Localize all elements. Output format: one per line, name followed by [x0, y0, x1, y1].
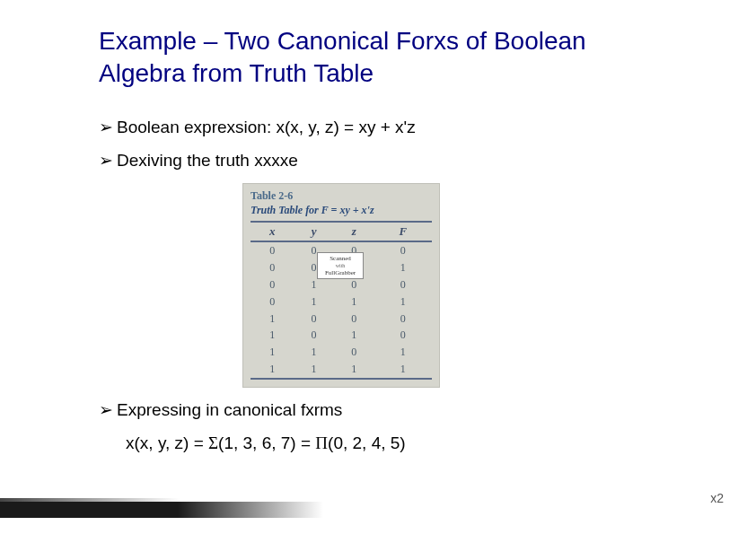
table-cell: 0	[294, 311, 334, 328]
bullet-3-text: Expressing in canonical fxrms	[117, 400, 342, 420]
col-x: x	[251, 222, 294, 241]
table-cell: 1	[374, 293, 433, 311]
table-cell: 0	[334, 344, 374, 361]
table-cell: 0	[334, 311, 374, 328]
bullet-1-text: Boolean exprexsion: x(x, y, z) = xy + x'…	[117, 118, 416, 137]
table-cell: 0	[374, 276, 433, 293]
canonical-expression: x(x, y, z) = Σ(1, 3, 6, 7) = Π(0, 2, 4, …	[126, 433, 666, 453]
watermark-overlay: Scanned with FullGrabber	[317, 252, 364, 279]
sigma-symbol: Σ	[208, 433, 218, 452]
bullet-2: ➢ Dexiving the truth xxxxe	[99, 151, 666, 171]
bullet-3: ➢ Expressing in canonical fxrms	[99, 400, 666, 421]
col-f: F	[374, 222, 433, 241]
table-cell: 1	[374, 259, 433, 276]
table-cell: 0	[374, 327, 433, 344]
table-header-row: x y z F	[251, 222, 432, 241]
table-cell: 1	[251, 344, 294, 361]
table-label: Table 2-6	[251, 189, 432, 203]
pi-args: (0, 2, 4, 5)	[328, 433, 406, 452]
table-cell: 1	[251, 361, 294, 379]
truth-table-image: Table 2-6 Truth Table for F = xy + x'z x…	[242, 183, 440, 387]
table-cell: 0	[251, 293, 294, 311]
sigma-args: (1, 3, 6, 7) =	[218, 433, 315, 452]
bullet-1: ➢ Boolean exprexsion: x(x, y, z) = xy + …	[99, 118, 666, 138]
truth-table: x y z F 00000011010001111000101011011111	[251, 221, 432, 379]
bullet-2-text: Dexiving the truth xxxxe	[117, 151, 298, 171]
col-z: z	[334, 222, 374, 241]
slide-title: Example – Two Canonical Forxs of Boolean…	[99, 25, 666, 91]
table-cell: 1	[294, 361, 334, 379]
watermark-line-1: Scanned	[319, 255, 362, 262]
footer-decoration	[0, 502, 323, 518]
table-cell: 1	[374, 361, 433, 379]
canon-lhs: x(x, y, z) =	[126, 433, 208, 452]
table-row: 1000	[251, 311, 432, 328]
table-cell: 0	[374, 241, 433, 259]
table-cell: 1	[294, 344, 334, 361]
col-y: y	[294, 222, 334, 241]
bullet-icon: ➢	[99, 151, 113, 171]
table-cell: 0	[294, 327, 334, 344]
table-row: 1111	[251, 361, 432, 379]
table-cell: 1	[334, 361, 374, 379]
table-row: 1010	[251, 327, 432, 344]
watermark-line-3: FullGrabber	[319, 269, 362, 276]
table-row: 0111	[251, 293, 432, 311]
table-cell: 1	[251, 327, 294, 344]
table-cell: 1	[334, 293, 374, 311]
pi-symbol: Π	[315, 433, 328, 452]
bullet-icon: ➢	[99, 118, 113, 138]
page-number: x2	[710, 491, 724, 505]
table-cell: 1	[374, 344, 433, 361]
bullet-icon: ➢	[99, 400, 113, 421]
table-cell: 1	[251, 311, 294, 328]
table-cell: 1	[294, 293, 334, 311]
table-cell: 0	[251, 276, 294, 293]
table-caption: Truth Table for F = xy + x'z	[251, 204, 432, 217]
table-cell: 0	[251, 259, 294, 276]
table-cell: 0	[374, 311, 433, 328]
watermark-line-2: with	[319, 263, 362, 269]
table-cell: 0	[251, 241, 294, 259]
table-row: 1101	[251, 344, 432, 361]
table-cell: 1	[334, 327, 374, 344]
